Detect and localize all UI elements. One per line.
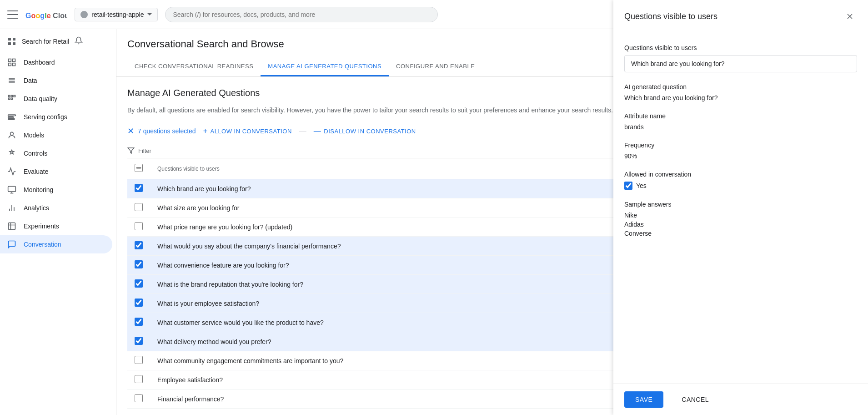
sidebar-item-experiments[interactable]: Experiments [0, 217, 112, 235]
minus-icon: — [314, 127, 321, 135]
search-input[interactable] [165, 7, 438, 22]
panel-attribute-section: Attribute name brands [624, 112, 857, 131]
experiments-icon [7, 222, 16, 231]
data-quality-icon [7, 94, 16, 103]
save-button[interactable]: SAVE [624, 391, 663, 408]
row-checkbox[interactable] [135, 203, 143, 211]
panel-frequency-value: 90% [624, 152, 857, 160]
notification-bell-icon[interactable] [75, 36, 83, 46]
allow-conversation-button[interactable]: + ALLOW IN CONVERSATION [203, 127, 292, 135]
sidebar-item-conversation[interactable]: Conversation [0, 235, 112, 253]
svg-rect-22 [8, 187, 16, 192]
svg-rect-18 [8, 115, 16, 116]
row-checkbox[interactable] [135, 222, 143, 230]
tab-configure-enable[interactable]: CONFIGURE AND ENABLE [389, 57, 482, 76]
row-checkbox[interactable] [135, 184, 143, 192]
sidebar-item-monitoring[interactable]: Monitoring [0, 181, 112, 199]
sidebar-header: Search for Retail [0, 29, 116, 50]
panel-allowed-label: Allowed in conversation [624, 171, 857, 178]
tab-check-readiness[interactable]: CHECK CONVERSATIONAL READINESS [127, 57, 261, 76]
svg-rect-8 [13, 63, 15, 66]
evaluate-icon [7, 167, 16, 176]
selected-count: 7 questions selected [138, 127, 196, 135]
tab-manage-questions[interactable]: MANAGE AI GENERATED QUESTIONS [261, 57, 389, 76]
sidebar-title: Search for Retail [22, 38, 69, 45]
row-question: What customer service would you like the… [150, 313, 633, 332]
sidebar-item-controls[interactable]: Controls [0, 144, 112, 162]
row-question: What is the brand reputation that you're… [150, 275, 633, 294]
row-question: What convenience feature are you looking… [150, 256, 633, 275]
deselect-all-button[interactable]: ✕ [127, 126, 134, 136]
sidebar-item-label-data: Data [24, 77, 37, 84]
analytics-icon [7, 203, 16, 213]
sidebar-item-data[interactable]: Data [0, 71, 112, 90]
dashboard-icon [7, 58, 16, 67]
panel-allowed-checkbox[interactable] [624, 182, 632, 190]
panel-ai-question-value: Which brand are you looking for? [624, 94, 857, 101]
select-all-checkbox[interactable] [135, 164, 143, 172]
svg-rect-20 [8, 118, 15, 120]
row-checkbox[interactable] [135, 356, 143, 364]
project-dot [80, 11, 88, 18]
disallow-conversation-button[interactable]: — DISALLOW IN CONVERSATION [314, 127, 416, 135]
sidebar-item-analytics[interactable]: Analytics [0, 199, 112, 217]
chevron-down-icon [147, 13, 152, 15]
hamburger-menu[interactable] [7, 9, 18, 20]
row-checkbox[interactable] [135, 241, 143, 249]
sidebar-item-label-monitoring: Monitoring [24, 186, 53, 193]
conversation-icon [7, 240, 16, 249]
filter-label: Filter [138, 147, 151, 154]
svg-rect-5 [9, 59, 11, 62]
panel-question-section: Questions visible to users [624, 44, 857, 72]
svg-rect-2 [13, 38, 15, 40]
sidebar-item-evaluate[interactable]: Evaluate [0, 162, 112, 181]
sidebar-item-dashboard[interactable]: Dashboard [0, 53, 112, 71]
panel-frequency-section: Frequency 90% [624, 142, 857, 160]
svg-point-21 [10, 132, 14, 135]
svg-rect-16 [9, 98, 10, 99]
row-question: What size are you looking for [150, 198, 633, 218]
panel-sample-answers-label: Sample answers [624, 201, 857, 208]
global-search[interactable] [165, 7, 438, 22]
row-question: What would you say about the company's f… [150, 237, 633, 256]
sidebar-item-label-serving-configs: Serving configs [24, 113, 67, 121]
svg-rect-13 [9, 96, 10, 97]
row-checkbox[interactable] [135, 394, 143, 402]
svg-rect-4 [13, 42, 15, 45]
panel-body: Questions visible to users AI generated … [613, 33, 868, 384]
svg-rect-14 [11, 96, 12, 97]
panel-question-input[interactable] [624, 55, 857, 72]
panel-title: Questions visible to users [624, 12, 717, 21]
cancel-button[interactable]: CANCEL [671, 391, 720, 408]
project-selector[interactable]: retail-testing-apple [75, 8, 158, 21]
panel-allowed-checkbox-row: Yes [624, 182, 857, 190]
models-icon [7, 131, 16, 140]
svg-text:Google Cloud: Google Cloud [25, 11, 67, 20]
sidebar-nav: Dashboard Data Data quality [0, 50, 116, 257]
google-cloud-logo: Google Cloud [25, 8, 67, 21]
panel-footer: SAVE CANCEL [613, 384, 868, 415]
panel-attribute-value: brands [624, 123, 857, 131]
monitoring-icon [7, 185, 16, 194]
panel-frequency-label: Frequency [624, 142, 857, 149]
controls-icon [7, 149, 16, 158]
row-checkbox[interactable] [135, 318, 143, 326]
panel-close-button[interactable] [843, 9, 857, 24]
sidebar-item-label-controls: Controls [24, 150, 47, 157]
sidebar-item-label-analytics: Analytics [24, 204, 49, 212]
sidebar-item-models[interactable]: Models [0, 126, 112, 144]
row-checkbox[interactable] [135, 337, 143, 345]
svg-rect-6 [13, 59, 15, 62]
svg-rect-3 [8, 42, 11, 45]
product-grid-icon [7, 37, 16, 46]
row-checkbox[interactable] [135, 260, 143, 268]
row-checkbox[interactable] [135, 375, 143, 383]
data-icon [7, 76, 16, 85]
sample-answer-item: Adidas [624, 221, 857, 228]
row-question: Employee satisfaction? [150, 370, 633, 390]
row-checkbox[interactable] [135, 299, 143, 307]
row-checkbox[interactable] [135, 279, 143, 288]
sidebar-item-data-quality[interactable]: Data quality [0, 90, 112, 108]
sidebar-item-serving-configs[interactable]: Serving configs [0, 108, 112, 126]
panel-sample-answers-list: NikeAdidasConverse [624, 212, 857, 237]
